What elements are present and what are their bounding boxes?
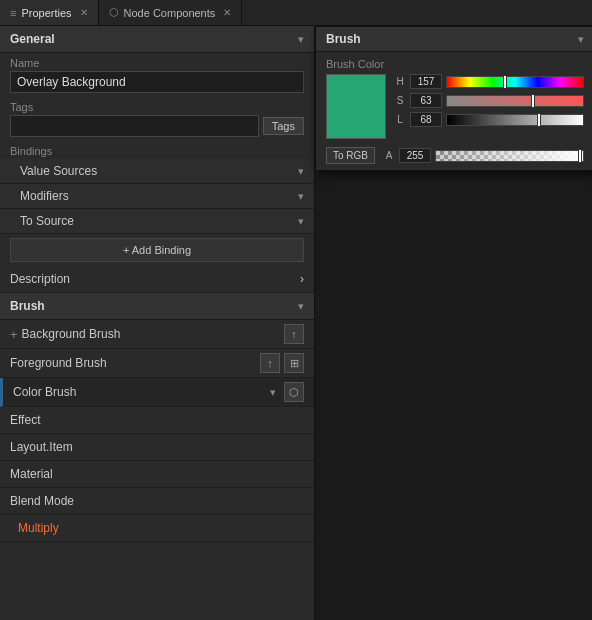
- brush-color-label: Brush Color: [316, 52, 592, 74]
- description-chevron-icon: ›: [300, 272, 304, 286]
- add-binding-button[interactable]: + Add Binding: [10, 238, 304, 262]
- hue-slider-row: H 157: [394, 74, 584, 89]
- modifiers-section: Modifiers ▾: [0, 184, 314, 209]
- tab-node-components-close[interactable]: ✕: [223, 7, 231, 18]
- background-brush-row: + Background Brush ↑: [0, 320, 314, 349]
- add-binding-label: + Add Binding: [123, 244, 191, 256]
- lightness-value[interactable]: 68: [410, 112, 442, 127]
- value-sources-chevron-icon: ▾: [298, 165, 304, 178]
- layout-item-label: Layout.Item: [10, 440, 73, 454]
- tags-input-row: Tags: [10, 115, 304, 137]
- alpha-row: A 255: [383, 148, 584, 163]
- effect-label: Effect: [10, 413, 40, 427]
- color-brush-row: Color Brush ▾ ⬡: [0, 378, 314, 407]
- effect-row[interactable]: Effect: [0, 407, 314, 434]
- foreground-brush-grid-button[interactable]: ⊞: [284, 353, 304, 373]
- to-source-header[interactable]: To Source ▾: [0, 209, 314, 233]
- material-label: Material: [10, 467, 53, 481]
- modifiers-header[interactable]: Modifiers ▾: [0, 184, 314, 208]
- alpha-value[interactable]: 255: [399, 148, 431, 163]
- brush-popup: Brush ▾ Brush Color H 157: [315, 26, 592, 171]
- color-preview[interactable]: [326, 74, 386, 139]
- to-source-label: To Source: [20, 214, 74, 228]
- properties-icon: ≡: [10, 7, 16, 19]
- color-main-area: H 157 S 63: [316, 74, 592, 147]
- lightness-slider-row: L 68: [394, 112, 584, 127]
- layout-item-row[interactable]: Layout.Item: [0, 434, 314, 461]
- hue-slider[interactable]: [446, 76, 584, 88]
- to-rgb-button[interactable]: To RGB: [326, 147, 375, 164]
- value-sources-header[interactable]: Value Sources ▾: [0, 159, 314, 183]
- to-rgb-row: To RGB A 255: [316, 147, 592, 170]
- tags-label: Tags: [10, 101, 304, 113]
- tab-properties-close[interactable]: ✕: [80, 7, 88, 18]
- alpha-slider[interactable]: [435, 150, 584, 162]
- multiply-label: Multiply: [18, 521, 59, 535]
- description-label: Description: [10, 272, 70, 286]
- tags-button[interactable]: Tags: [263, 117, 304, 135]
- tags-input[interactable]: [10, 115, 259, 137]
- name-input[interactable]: [10, 71, 304, 93]
- foreground-brush-label: Foreground Brush: [10, 356, 256, 370]
- hue-value[interactable]: 157: [410, 74, 442, 89]
- blend-mode-row[interactable]: Blend Mode: [0, 488, 314, 515]
- tab-node-components[interactable]: ⬡ Node Components ✕: [99, 0, 243, 25]
- background-brush-plus-icon[interactable]: +: [10, 327, 18, 342]
- saturation-slider-row: S 63: [394, 93, 584, 108]
- main-layout: General ▾ Name Tags Tags Bindings Value …: [0, 26, 592, 620]
- value-sources-section: Value Sources ▾: [0, 159, 314, 184]
- tab-properties[interactable]: ≡ Properties ✕: [0, 0, 99, 25]
- alpha-label: A: [383, 150, 395, 161]
- general-label: General: [10, 32, 55, 46]
- saturation-value[interactable]: 63: [410, 93, 442, 108]
- modifiers-chevron-icon: ▾: [298, 190, 304, 203]
- color-brush-chevron-icon[interactable]: ▾: [270, 386, 276, 399]
- name-field-row: Name: [0, 53, 314, 97]
- brush-popup-chevron-icon: ▾: [578, 33, 584, 46]
- brush-section-header[interactable]: Brush ▾: [0, 293, 314, 320]
- tab-properties-label: Properties: [21, 7, 71, 19]
- lightness-slider[interactable]: [446, 114, 584, 126]
- color-brush-label: Color Brush: [13, 385, 266, 399]
- hue-label: H: [394, 76, 406, 87]
- blend-mode-label: Blend Mode: [10, 494, 74, 508]
- brush-label: Brush: [10, 299, 45, 313]
- to-source-chevron-icon: ▾: [298, 215, 304, 228]
- brush-popup-title: Brush: [326, 32, 361, 46]
- material-row[interactable]: Material: [0, 461, 314, 488]
- to-source-section: To Source ▾: [0, 209, 314, 234]
- foreground-brush-upload-button[interactable]: ↑: [260, 353, 280, 373]
- multiply-row[interactable]: Multiply: [0, 515, 314, 542]
- brush-chevron-icon: ▾: [298, 300, 304, 313]
- saturation-slider[interactable]: [446, 95, 584, 107]
- node-components-icon: ⬡: [109, 6, 119, 19]
- lightness-label: L: [394, 114, 406, 125]
- sliders-area: H 157 S 63: [394, 74, 584, 127]
- tags-field-row: Tags Tags: [0, 97, 314, 141]
- description-section[interactable]: Description ›: [0, 266, 314, 293]
- bindings-label: Bindings: [0, 141, 314, 159]
- saturation-label: S: [394, 95, 406, 106]
- background-brush-label: Background Brush: [22, 327, 280, 341]
- tab-node-components-label: Node Components: [124, 7, 216, 19]
- name-label: Name: [10, 57, 304, 69]
- tab-bar: ≡ Properties ✕ ⬡ Node Components ✕: [0, 0, 592, 26]
- background-brush-upload-button[interactable]: ↑: [284, 324, 304, 344]
- brush-popup-header[interactable]: Brush ▾: [316, 27, 592, 52]
- value-sources-label: Value Sources: [20, 164, 97, 178]
- general-section-header[interactable]: General ▾: [0, 26, 314, 53]
- foreground-brush-row: Foreground Brush ↑ ⊞: [0, 349, 314, 378]
- color-brush-extra-button[interactable]: ⬡: [284, 382, 304, 402]
- right-panel: Brush ▾ Brush Color H 157: [315, 26, 592, 620]
- properties-panel: General ▾ Name Tags Tags Bindings Value …: [0, 26, 315, 620]
- general-chevron-down-icon: ▾: [298, 33, 304, 46]
- modifiers-label: Modifiers: [20, 189, 69, 203]
